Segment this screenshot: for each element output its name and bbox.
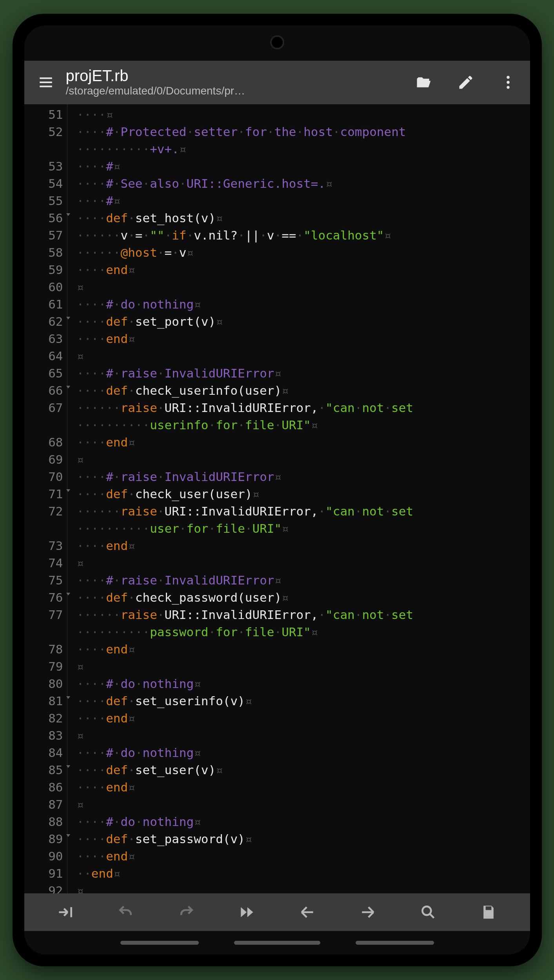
- code-line[interactable]: ¤: [77, 882, 530, 893]
- menu-button[interactable]: [35, 72, 56, 93]
- code-line[interactable]: ····end¤: [77, 641, 530, 658]
- code-line[interactable]: ¤: [77, 796, 530, 813]
- code-line[interactable]: ··········+v+.¤: [77, 140, 530, 158]
- code-line[interactable]: ····#·Protected·setter·for·the·host·comp…: [77, 123, 530, 140]
- code-line[interactable]: ··end¤: [77, 865, 530, 882]
- tab-indent-button[interactable]: [53, 900, 78, 925]
- fold-marker-icon[interactable]: [66, 386, 70, 388]
- code-line[interactable]: ····#¤: [77, 158, 530, 175]
- line-number: 56: [24, 209, 63, 227]
- line-number: [24, 520, 63, 537]
- code-line[interactable]: ····¤: [77, 106, 530, 123]
- code-line[interactable]: ····end¤: [77, 779, 530, 796]
- open-button[interactable]: [412, 71, 434, 93]
- code-line[interactable]: ¤: [77, 727, 530, 744]
- tab-indent-icon: [57, 904, 74, 921]
- line-number: 62: [24, 313, 63, 330]
- fold-marker-icon[interactable]: [66, 765, 70, 768]
- line-number: 75: [24, 572, 63, 589]
- line-number: 60: [24, 278, 63, 296]
- next-button[interactable]: [355, 900, 380, 925]
- undo-button[interactable]: [113, 900, 138, 925]
- code-line[interactable]: ······raise·URI::InvalidURIError,·"can·n…: [77, 606, 530, 623]
- code-line[interactable]: ····#·do·nothing¤: [77, 296, 530, 313]
- code-line[interactable]: ····def·set_userinfo(v)¤: [77, 692, 530, 710]
- search-button[interactable]: [416, 900, 441, 925]
- nav-home[interactable]: [234, 941, 320, 945]
- line-number: [24, 623, 63, 641]
- menu-icon: [38, 74, 54, 91]
- code-line[interactable]: ······raise·URI::InvalidURIError,·"can·n…: [77, 503, 530, 520]
- code-content[interactable]: ····¤····#·Protected·setter·for·the·host…: [67, 104, 530, 893]
- fast-forward-button[interactable]: [234, 900, 259, 925]
- overflow-button[interactable]: [497, 71, 519, 93]
- line-number: 73: [24, 537, 63, 554]
- code-line[interactable]: ¤: [77, 347, 530, 365]
- code-line[interactable]: ··········userinfo·for·file·URI"¤: [77, 416, 530, 434]
- fold-marker-icon[interactable]: [66, 834, 70, 837]
- code-line[interactable]: ····#·See·also·URI::Generic.host=.¤: [77, 175, 530, 192]
- fold-marker-icon[interactable]: [66, 317, 70, 319]
- code-line[interactable]: ····def·check_userinfo(user)¤: [77, 382, 530, 399]
- code-line[interactable]: ······raise·URI::InvalidURIError,·"can·n…: [77, 399, 530, 416]
- code-line[interactable]: ··········user·for·file·URI"¤: [77, 520, 530, 537]
- code-line[interactable]: ····end¤: [77, 848, 530, 865]
- line-number: 70: [24, 468, 63, 485]
- line-number: 72: [24, 503, 63, 520]
- code-line[interactable]: ······@host·=·v¤: [77, 244, 530, 261]
- line-number: 83: [24, 727, 63, 744]
- code-line[interactable]: ······v·=·""·if·v.nil?·||·v·==·"localhos…: [77, 227, 530, 244]
- fold-marker-icon[interactable]: [66, 489, 70, 492]
- code-line[interactable]: ····end¤: [77, 330, 530, 347]
- code-line[interactable]: ····end¤: [77, 434, 530, 451]
- redo-button[interactable]: [174, 900, 199, 925]
- file-path: /storage/emulated/0/Documents/pr…: [66, 85, 392, 97]
- line-number: 88: [24, 813, 63, 830]
- line-number: [24, 140, 63, 158]
- nav-recent[interactable]: [120, 941, 199, 945]
- editor-toolbar: [24, 893, 530, 931]
- code-line[interactable]: ····#·do·nothing¤: [77, 813, 530, 830]
- code-line[interactable]: ····def·check_user(user)¤: [77, 485, 530, 503]
- prev-button[interactable]: [295, 900, 320, 925]
- undo-icon: [117, 904, 134, 921]
- code-line[interactable]: ····def·set_host(v)¤: [77, 209, 530, 227]
- code-line[interactable]: ····def·set_port(v)¤: [77, 313, 530, 330]
- code-line[interactable]: ····#·raise·InvalidURIError¤: [77, 365, 530, 382]
- fold-marker-icon[interactable]: [66, 213, 70, 216]
- line-number: 55: [24, 192, 63, 209]
- phone-frame: projET.rb /storage/emulated/0/Documents/…: [13, 14, 542, 966]
- code-line[interactable]: ····end¤: [77, 261, 530, 278]
- code-line[interactable]: ··········password·for·file·URI"¤: [77, 623, 530, 641]
- code-line[interactable]: ¤: [77, 451, 530, 468]
- code-line[interactable]: ····#·raise·InvalidURIError¤: [77, 572, 530, 589]
- edit-button[interactable]: [455, 71, 477, 93]
- android-nav-bar: [24, 931, 530, 955]
- code-line[interactable]: ····def·set_password(v)¤: [77, 830, 530, 848]
- code-line[interactable]: ····def·set_user(v)¤: [77, 761, 530, 779]
- code-line[interactable]: ¤: [77, 278, 530, 296]
- title-block: projET.rb /storage/emulated/0/Documents/…: [66, 67, 392, 97]
- code-line[interactable]: ····end¤: [77, 537, 530, 554]
- line-number: 84: [24, 744, 63, 761]
- arrow-left-icon: [299, 904, 316, 921]
- more-vert-icon: [500, 74, 517, 91]
- line-number: 77: [24, 606, 63, 623]
- search-icon: [420, 904, 437, 921]
- code-line[interactable]: ····#·do·nothing¤: [77, 744, 530, 761]
- code-line[interactable]: ····def·check_password(user)¤: [77, 589, 530, 606]
- save-button[interactable]: [476, 900, 501, 925]
- code-line[interactable]: ····#¤: [77, 192, 530, 209]
- line-number: 76: [24, 589, 63, 606]
- nav-back[interactable]: [356, 941, 434, 945]
- fold-marker-icon[interactable]: [66, 593, 70, 595]
- code-line[interactable]: ····#·do·nothing¤: [77, 675, 530, 692]
- code-line[interactable]: ¤: [77, 554, 530, 572]
- code-line[interactable]: ¤: [77, 658, 530, 675]
- fold-marker-icon[interactable]: [66, 696, 70, 699]
- code-line[interactable]: ····#·raise·InvalidURIError¤: [77, 468, 530, 485]
- code-line[interactable]: ····end¤: [77, 710, 530, 727]
- line-number: 52: [24, 123, 63, 140]
- code-editor[interactable]: 5152535455565758596061626364656667686970…: [24, 104, 530, 893]
- line-number: 68: [24, 434, 63, 451]
